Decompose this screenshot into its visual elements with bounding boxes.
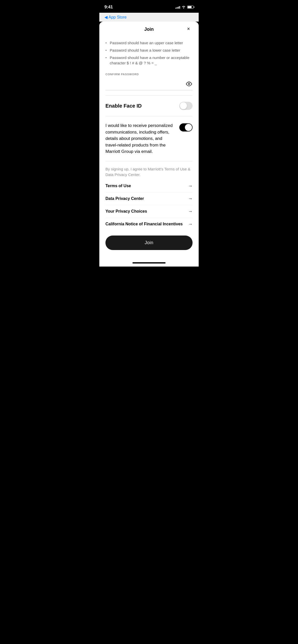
svg-point-0 xyxy=(188,83,190,85)
status-bar: 9:41 xyxy=(99,0,199,13)
communications-toggle-container xyxy=(179,123,193,131)
privacy-choices-label: Your Privacy Choices xyxy=(105,209,147,214)
terms-of-use-link[interactable]: Terms of Use → xyxy=(105,180,193,193)
close-button[interactable]: × xyxy=(184,25,193,33)
arrow-icon: → xyxy=(188,222,193,227)
join-button[interactable]: Join xyxy=(105,236,193,250)
rule-uppercase-text: Password should have an upper case lette… xyxy=(110,40,193,46)
confirm-password-row xyxy=(105,78,193,90)
toggle-knob xyxy=(180,102,187,109)
app-store-back-label[interactable]: App Store xyxy=(109,15,127,20)
bullet-icon: ● xyxy=(105,56,107,59)
arrow-icon: → xyxy=(188,209,193,214)
terms-of-use-label: Terms of Use xyxy=(105,184,131,188)
california-notice-link[interactable]: California Notice of Financial Incentive… xyxy=(105,218,193,230)
signal-bars-icon xyxy=(175,6,180,9)
home-indicator xyxy=(99,260,199,267)
rule-item-uppercase: ● Password should have an upper case let… xyxy=(105,40,193,46)
back-chevron-icon: ◀ xyxy=(104,15,107,20)
divider-face-id-bottom xyxy=(105,116,193,116)
join-sheet: Join × ● Password should have an upper c… xyxy=(99,22,199,267)
arrow-icon: → xyxy=(188,196,193,201)
status-icons xyxy=(175,6,194,9)
battery-icon xyxy=(187,6,194,9)
communications-row: I would like to receive personalized com… xyxy=(105,117,193,160)
join-button-container: Join xyxy=(105,230,193,260)
modal-title: Join xyxy=(144,27,154,32)
arrow-icon: → xyxy=(188,183,193,189)
confirm-password-label: CONFIRM PASSWORD xyxy=(105,73,193,76)
modal-header: Join × xyxy=(99,22,199,36)
rule-lowercase-text: Password should have a lower case letter xyxy=(110,48,193,53)
face-id-toggle[interactable] xyxy=(179,102,193,110)
rule-item-lowercase: ● Password should have a lower case lett… xyxy=(105,48,193,53)
bullet-icon: ● xyxy=(105,41,107,44)
data-privacy-link[interactable]: Data Privacy Center → xyxy=(105,193,193,205)
divider-face-id-top xyxy=(105,95,193,96)
california-notice-label: California Notice of Financial Incentive… xyxy=(105,222,183,226)
confirm-password-input[interactable] xyxy=(105,81,185,86)
eye-icon xyxy=(186,81,192,87)
legal-text: By signing up, I agree to Marriott's Ter… xyxy=(105,162,193,180)
communications-text: I would like to receive personalized com… xyxy=(105,122,175,155)
status-time: 9:41 xyxy=(104,5,113,10)
links-section: Terms of Use → Data Privacy Center → You… xyxy=(105,180,193,230)
modal-content: ● Password should have an upper case let… xyxy=(99,36,199,260)
phone-frame: 9:41 ◀ App Store Join xyxy=(99,0,199,267)
rule-number-text: Password should have a number or accepta… xyxy=(110,55,193,66)
home-bar xyxy=(132,262,166,264)
confirm-password-section: CONFIRM PASSWORD xyxy=(105,73,193,90)
app-store-bar[interactable]: ◀ App Store xyxy=(99,13,199,22)
privacy-choices-link[interactable]: Your Privacy Choices → xyxy=(105,205,193,218)
communications-toggle[interactable] xyxy=(179,123,193,131)
show-password-button[interactable] xyxy=(185,80,193,87)
divider-comms-bottom xyxy=(105,161,193,161)
close-icon: × xyxy=(187,26,190,32)
toggle-knob xyxy=(185,124,192,131)
face-id-row: Enable Face ID xyxy=(105,97,193,115)
input-underline xyxy=(105,90,193,90)
data-privacy-label: Data Privacy Center xyxy=(105,196,144,201)
bullet-icon: ● xyxy=(105,49,107,52)
password-rules: ● Password should have an upper case let… xyxy=(105,36,193,73)
rule-item-number: ● Password should have a number or accep… xyxy=(105,55,193,66)
face-id-label: Enable Face ID xyxy=(105,103,142,109)
wifi-icon xyxy=(182,6,186,9)
